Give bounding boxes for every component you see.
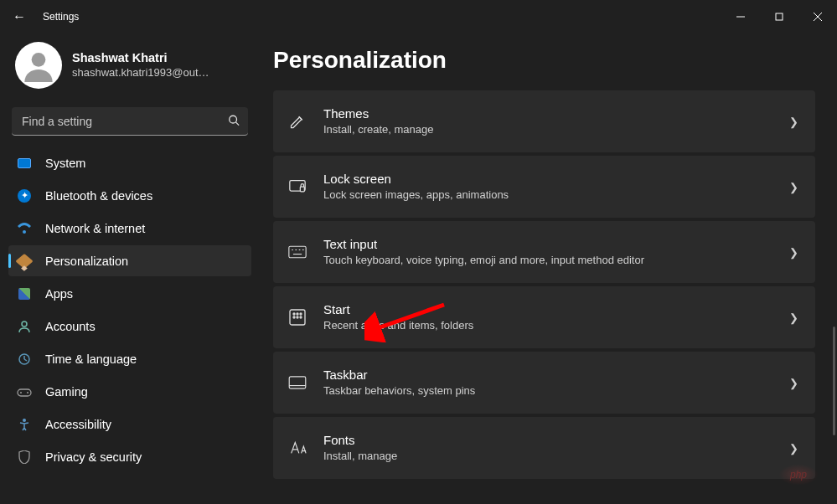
card-title: Themes: [323, 105, 789, 122]
sidebar-item-label: Accessibility: [45, 418, 111, 431]
avatar: [15, 42, 62, 89]
svg-line-6: [236, 122, 240, 126]
svg-point-13: [20, 392, 22, 393]
svg-rect-1: [776, 13, 783, 20]
svg-point-5: [230, 116, 237, 123]
scrollbar[interactable]: [833, 327, 835, 435]
profile-email: shashwat.khatri1993@out…: [72, 66, 209, 80]
search-icon: [228, 115, 240, 129]
sidebar-item-personalization[interactable]: Personalization: [8, 245, 251, 276]
maximize-button[interactable]: [760, 3, 798, 30]
shield-icon: [17, 450, 32, 465]
taskbar-icon: [288, 373, 307, 392]
profile-name: Shashwat Khatri: [72, 50, 209, 66]
themes-icon: [288, 112, 307, 131]
window-controls: [721, 3, 837, 30]
svg-point-25: [293, 313, 295, 315]
sidebar-item-label: System: [45, 157, 85, 170]
sidebar-item-label: Bluetooth & devices: [45, 189, 152, 203]
svg-point-29: [297, 316, 298, 318]
minimize-button[interactable]: [721, 3, 760, 30]
keyboard-icon: [288, 243, 307, 261]
card-desc: Install, manage: [323, 449, 789, 464]
card-lock-screen[interactable]: Lock screen Lock screen images, apps, an…: [273, 156, 815, 218]
chevron-right-icon: ❯: [789, 246, 798, 259]
card-desc: Install, create, manage: [323, 122, 789, 137]
fonts-icon: [288, 439, 307, 457]
paintbrush-icon: [17, 254, 32, 269]
card-desc: Taskbar behaviors, system pins: [323, 383, 789, 399]
search-wrap: [12, 107, 248, 136]
nav: System ✦ Bluetooth & devices Network & i…: [8, 147, 251, 472]
card-title: Lock screen: [323, 171, 789, 188]
settings-card-list: Themes Install, create, manage ❯ Lock sc…: [273, 90, 815, 479]
card-desc: Touch keyboard, voice typing, emoji and …: [323, 253, 789, 268]
chevron-right-icon: ❯: [789, 377, 798, 389]
window-title: Settings: [43, 11, 79, 23]
sidebar-item-bluetooth[interactable]: ✦ Bluetooth & devices: [8, 180, 251, 211]
sidebar-item-accounts[interactable]: Accounts: [8, 311, 251, 342]
sidebar-item-accessibility[interactable]: Accessibility: [8, 409, 251, 440]
card-title: Text input: [323, 236, 789, 253]
sidebar: Shashwat Khatri shashwat.khatri1993@out……: [0, 33, 260, 504]
accessibility-icon: [17, 417, 32, 432]
main-content: Personalization Themes Install, create, …: [260, 33, 837, 504]
clock-icon: [17, 352, 32, 367]
sidebar-item-label: Accounts: [45, 320, 96, 333]
svg-rect-17: [300, 187, 304, 192]
sidebar-item-label: Gaming: [45, 385, 88, 399]
sidebar-item-time[interactable]: Time & language: [8, 343, 251, 374]
watermark: php: [778, 464, 819, 486]
sidebar-item-label: Privacy & security: [45, 450, 142, 464]
card-desc: Lock screen images, apps, animations: [323, 188, 789, 203]
start-icon: [288, 308, 307, 327]
sidebar-item-system[interactable]: System: [8, 147, 251, 178]
gaming-icon: [17, 384, 32, 399]
card-title: Taskbar: [323, 367, 789, 383]
svg-point-7: [23, 230, 26, 234]
sidebar-item-label: Time & language: [45, 352, 137, 366]
card-desc: Recent apps and items, folders: [323, 318, 789, 333]
bluetooth-icon: ✦: [17, 188, 32, 203]
sidebar-item-label: Network & internet: [45, 222, 145, 235]
wifi-icon: [17, 221, 32, 236]
chevron-right-icon: ❯: [789, 311, 798, 324]
svg-point-27: [300, 313, 302, 315]
close-button[interactable]: [798, 3, 837, 30]
accounts-icon: [17, 319, 32, 334]
sidebar-item-apps[interactable]: Apps: [8, 278, 251, 309]
chevron-right-icon: ❯: [789, 181, 798, 193]
svg-rect-18: [289, 246, 306, 258]
svg-point-8: [22, 321, 27, 327]
search-input[interactable]: [12, 107, 248, 136]
chevron-right-icon: ❯: [789, 116, 798, 128]
card-title: Start: [323, 301, 789, 318]
system-icon: [17, 156, 32, 171]
card-themes[interactable]: Themes Install, create, manage ❯: [273, 90, 815, 152]
card-start[interactable]: Start Recent apps and items, folders ❯: [273, 286, 815, 348]
svg-point-26: [297, 313, 298, 315]
sidebar-item-label: Personalization: [45, 255, 128, 268]
back-button[interactable]: ←: [13, 9, 26, 24]
apps-icon: [17, 286, 32, 301]
card-fonts[interactable]: Fonts Install, manage ❯: [273, 417, 815, 479]
svg-rect-12: [18, 389, 31, 396]
svg-point-30: [300, 316, 302, 318]
lock-screen-icon: [288, 177, 307, 196]
sidebar-item-privacy[interactable]: Privacy & security: [8, 441, 251, 472]
svg-rect-24: [290, 310, 305, 325]
profile-block[interactable]: Shashwat Khatri shashwat.khatri1993@out…: [8, 33, 251, 102]
svg-line-11: [24, 359, 27, 361]
svg-point-14: [27, 392, 28, 393]
card-title: Fonts: [323, 432, 789, 449]
svg-point-4: [32, 53, 46, 67]
svg-point-28: [293, 316, 295, 318]
card-taskbar[interactable]: Taskbar Taskbar behaviors, system pins ❯: [273, 352, 815, 414]
svg-point-15: [23, 419, 26, 422]
sidebar-item-network[interactable]: Network & internet: [8, 213, 251, 244]
chevron-right-icon: ❯: [789, 442, 798, 455]
page-title: Personalization: [273, 47, 815, 74]
sidebar-item-gaming[interactable]: Gaming: [8, 376, 251, 407]
card-text-input[interactable]: Text input Touch keyboard, voice typing,…: [273, 221, 815, 283]
sidebar-item-label: Apps: [45, 287, 73, 301]
